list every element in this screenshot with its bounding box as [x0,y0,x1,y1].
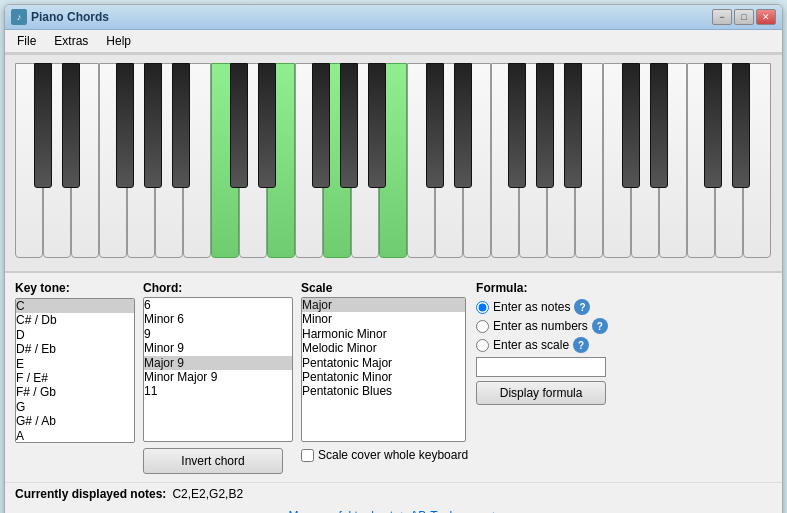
radio-enter-numbers[interactable] [476,320,489,333]
menu-bar: File Extras Help [5,30,782,53]
title-bar: ♪ Piano Chords − □ ✕ [5,5,782,30]
title-left: ♪ Piano Chords [11,9,109,25]
list-item[interactable]: Pentatonic Major [302,356,465,370]
window-title: Piano Chords [31,10,109,24]
list-item[interactable]: D [16,328,134,342]
scale-label: Scale [301,281,468,295]
scale-checkbox-row: Scale cover whole keyboard [301,448,468,462]
list-item[interactable]: C# / Db [16,313,134,327]
chord-label: Chord: [143,281,293,295]
list-item[interactable]: E [16,357,134,371]
list-item[interactable]: Major 9 [144,356,292,370]
list-item[interactable]: F / E# [16,371,134,385]
key-ds3[interactable] [454,63,472,188]
radio-row-scale: Enter as scale ? [476,337,772,353]
menu-help[interactable]: Help [98,32,139,50]
list-item[interactable]: Pentatonic Blues [302,384,465,398]
title-buttons: − □ ✕ [712,9,776,25]
scale-cover-checkbox[interactable] [301,449,314,462]
radio-row-numbers: Enter as numbers ? [476,318,772,334]
formula-section: Formula: Enter as notes ? Enter as numbe… [476,281,772,405]
list-item[interactable]: Major [302,298,465,312]
key-gs4[interactable] [732,63,750,188]
chord-group: Chord: 6 Minor 6 9 Minor 9 Major 9 Minor… [143,281,293,474]
app-icon: ♪ [11,9,27,25]
key-as2[interactable] [368,63,386,188]
list-item[interactable]: D# / Eb [16,342,134,356]
list-item[interactable]: G# / Ab [16,414,134,428]
piano-container [5,53,782,273]
list-item[interactable]: Harmonic Minor [302,327,465,341]
list-item[interactable]: 9 [144,327,292,341]
key-fs2[interactable] [312,63,330,188]
close-button[interactable]: ✕ [756,9,776,25]
list-item[interactable]: Minor 6 [144,312,292,326]
minimize-button[interactable]: − [712,9,732,25]
list-item[interactable]: A [16,429,134,443]
menu-file[interactable]: File [9,32,44,50]
key-gs3[interactable] [536,63,554,188]
list-item[interactable]: G [16,400,134,414]
radio-notes-label: Enter as notes [493,300,570,314]
key-fs4[interactable] [704,63,722,188]
key-cs2[interactable] [230,63,248,188]
formula-radio-group: Enter as notes ? Enter as numbers ? Ente… [476,299,772,353]
invert-chord-button[interactable]: Invert chord [143,448,283,474]
list-item[interactable]: Minor Major 9 [144,370,292,384]
maximize-button[interactable]: □ [734,9,754,25]
radio-enter-scale[interactable] [476,339,489,352]
list-item[interactable]: C [16,299,134,313]
list-item[interactable]: 6 [144,298,292,312]
key-ds4[interactable] [650,63,668,188]
list-item[interactable]: Minor [302,312,465,326]
formula-label: Formula: [476,281,772,295]
radio-scale-label: Enter as scale [493,338,569,352]
display-formula-button[interactable]: Display formula [476,381,606,405]
radio-enter-notes[interactable] [476,301,489,314]
list-item[interactable]: F# / Gb [16,385,134,399]
piano-keyboard [15,63,772,263]
list-item[interactable]: Minor 9 [144,341,292,355]
ab-tools-link[interactable]: More useful tools at -> AB-Tools.com <- [5,505,782,513]
help-notes-button[interactable]: ? [574,299,590,315]
radio-numbers-label: Enter as numbers [493,319,588,333]
controls-section: Key tone: C C# / Db D D# / Eb E F / E# F… [5,273,782,482]
list-item[interactable]: 11 [144,384,292,398]
key-tone-list[interactable]: C C# / Db D D# / Eb E F / E# F# / Gb G G… [15,298,135,443]
key-gs1[interactable] [144,63,162,188]
list-item[interactable]: Pentatonic Minor [302,370,465,384]
scale-list[interactable]: Major Minor Harmonic Minor Melodic Minor… [301,297,466,442]
key-cs4[interactable] [622,63,640,188]
key-gs2[interactable] [340,63,358,188]
scale-group: Scale Major Minor Harmonic Minor Melodic… [301,281,468,462]
list-item[interactable]: Melodic Minor [302,341,465,355]
key-fs3[interactable] [508,63,526,188]
key-tone-label: Key tone: [15,281,135,295]
key-cs3[interactable] [426,63,444,188]
key-cs1[interactable] [34,63,52,188]
main-window: ♪ Piano Chords − □ ✕ File Extras Help [4,4,783,513]
scale-cover-label: Scale cover whole keyboard [318,448,468,462]
key-ds1[interactable] [62,63,80,188]
current-notes-value: C2,E2,G2,B2 [172,487,243,501]
radio-row-notes: Enter as notes ? [476,299,772,315]
current-notes-label: Currently displayed notes: [15,487,166,501]
help-scale-button[interactable]: ? [573,337,589,353]
formula-input[interactable] [476,357,606,377]
key-tone-group: Key tone: C C# / Db D D# / Eb E F / E# F… [15,281,135,443]
key-as1[interactable] [172,63,190,188]
menu-extras[interactable]: Extras [46,32,96,50]
help-numbers-button[interactable]: ? [592,318,608,334]
key-as3[interactable] [564,63,582,188]
chord-list[interactable]: 6 Minor 6 9 Minor 9 Major 9 Minor Major … [143,297,293,442]
key-ds2[interactable] [258,63,276,188]
current-notes-row: Currently displayed notes: C2,E2,G2,B2 [5,482,782,505]
key-fs1[interactable] [116,63,134,188]
